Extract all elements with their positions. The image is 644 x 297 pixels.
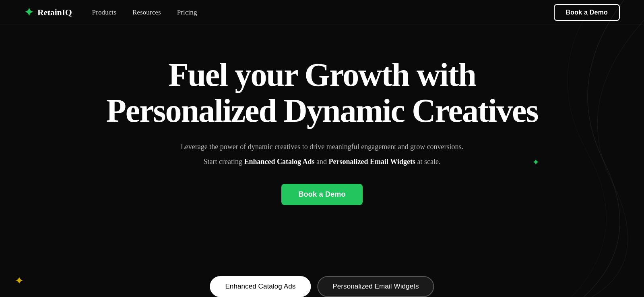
bottom-tabs: Enhanced Catalog Ads Personalized Email …	[210, 276, 434, 297]
hero-section: Fuel your Growth with Personalized Dynam…	[0, 33, 644, 233]
subtitle-highlight2: Personalized Email Widgets	[329, 158, 415, 166]
navbar-left: ✦ RetainIQ Products Resources Pricing	[24, 7, 197, 18]
nav-item-products[interactable]: Products	[92, 8, 116, 17]
nav-link-products[interactable]: Products	[92, 8, 116, 16]
logo-link[interactable]: ✦ RetainIQ	[24, 7, 72, 18]
nav-link-pricing[interactable]: Pricing	[177, 8, 197, 16]
nav-item-resources[interactable]: Resources	[132, 8, 161, 17]
book-demo-hero-button[interactable]: Book a Demo	[281, 184, 362, 205]
subtitle-prefix: Start creating	[204, 158, 244, 166]
subtitle-suffix: at scale.	[415, 158, 440, 166]
tab-personalized-email-widgets[interactable]: Personalized Email Widgets	[317, 276, 434, 297]
bottom-left-star-icon: ✦	[14, 274, 24, 287]
hero-title-line2: Personalized Dynamic Creatives	[106, 92, 538, 129]
logo-text: RetainIQ	[37, 7, 72, 18]
navbar: ✦ RetainIQ Products Resources Pricing Bo…	[0, 0, 644, 25]
hero-title-line1: Fuel your Growth with	[168, 56, 476, 93]
hero-subtitle-line2: Start creating Enhanced Catalog Ads and …	[204, 156, 441, 168]
hero-subtitle: Leverage the power of dynamic creatives …	[181, 141, 463, 153]
hero-title: Fuel your Growth with Personalized Dynam…	[106, 57, 538, 129]
nav-link-resources[interactable]: Resources	[132, 8, 161, 16]
subtitle-middle: and	[315, 158, 329, 166]
book-demo-nav-button[interactable]: Book a Demo	[554, 4, 620, 21]
subtitle-highlight1: Enhanced Catalog Ads	[244, 158, 315, 166]
right-star-icon: ✦	[532, 157, 539, 168]
logo-icon: ✦	[24, 7, 33, 18]
nav-item-pricing[interactable]: Pricing	[177, 8, 197, 17]
nav-links: Products Resources Pricing	[92, 8, 197, 17]
tab-enhanced-catalog-ads[interactable]: Enhanced Catalog Ads	[210, 276, 311, 297]
